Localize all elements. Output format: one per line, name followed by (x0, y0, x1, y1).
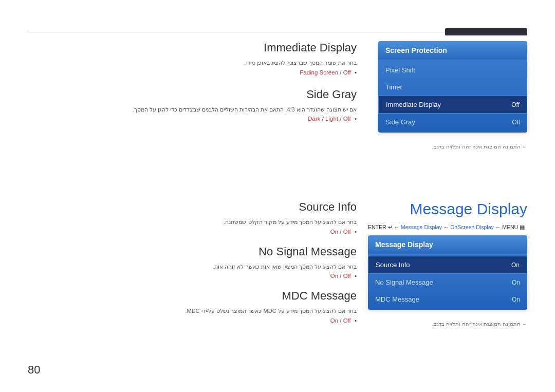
breadcrumb-arrow-3: ← (495, 224, 502, 230)
no-signal-title: No Signal Message (28, 245, 357, 258)
screen-protection-box: Screen Protection Pixel Shift Timer Imme… (378, 41, 527, 133)
side-gray-value: Off (512, 119, 520, 126)
mdc-message-menu-value: On (512, 296, 520, 303)
immediate-display-section: Immediate Display בחר את שומר המסך שברצו… (28, 41, 357, 76)
message-display-title: Message Display (368, 200, 527, 218)
screen-protection-panel: Screen Protection Pixel Shift Timer Imme… (378, 41, 527, 151)
no-signal-off: Off (343, 273, 351, 279)
side-gray-label: Side Gray (385, 118, 415, 126)
screen-protection-note: התמונה המוצגת אינה זהה ותלויה בדגם. (378, 143, 527, 151)
mdc-message-menu-label: MDC Message (375, 295, 419, 303)
no-signal-on: On (330, 273, 338, 279)
menu-grid-icon: ▦ (520, 224, 525, 230)
enter-label: ENTER (368, 224, 388, 230)
source-info-section: Source Info בחר אם להציג על המסך מידע על… (28, 200, 357, 235)
fading-screen-option: Fading Screen (300, 69, 338, 76)
source-info-on: On (330, 229, 338, 235)
side-gray-title: Side Gray (28, 88, 357, 101)
bullet-2: • (355, 116, 357, 122)
screen-protection-header: Screen Protection (378, 41, 527, 60)
source-info-options: On / Off • (28, 229, 357, 235)
off-option-2: Off (343, 116, 351, 122)
breadcrumb-onscreen-display: OnScreen Display (450, 224, 494, 230)
panel-item-source-info[interactable]: Source Info On (368, 256, 527, 274)
mdc-message-options: On / Off • (28, 318, 357, 324)
source-info-menu-label: Source Info (376, 261, 410, 269)
bottom-left-content: Source Info בחר אם להציג על המסך מידע על… (28, 200, 357, 333)
light-option: Light (325, 116, 338, 122)
breadcrumb-message-display: Message Display (401, 224, 442, 230)
panel-item-immediate-display[interactable]: Immediate Display Off (378, 96, 527, 114)
breadcrumb-arrow-1: ← (394, 224, 400, 230)
source-info-desc: בחר אם להציג על המסך מידע על מקור הקלט ש… (28, 218, 357, 227)
enter-breadcrumb-bar: ENTER ↵ ← Message Display ← OnScreen Dis… (368, 224, 527, 230)
source-info-menu-value: On (511, 262, 520, 269)
breadcrumb-arrow-2: ← (443, 224, 450, 230)
top-right-bar (445, 28, 527, 35)
breadcrumb-menu: MENU (502, 224, 518, 230)
message-display-box: Message Display Source Info On No Signal… (368, 235, 527, 310)
message-display-panel-header: Message Display (368, 235, 527, 254)
mdc-message-section: MDC Message בחר אם להציג על המסך מידע על… (28, 289, 357, 324)
pixel-shift-label: Pixel Shift (385, 66, 415, 74)
off-option-1: Off (343, 69, 351, 76)
mdc-message-desc: בחר אם להציג על המסך מידע על MDC כאשר המ… (28, 307, 357, 315)
panel-item-no-signal[interactable]: No Signal Message On (368, 274, 527, 291)
source-info-off: Off (343, 229, 351, 235)
dark-option: Dark (308, 116, 320, 122)
side-gray-options: Dark / Light / Off • (28, 116, 357, 122)
panel-item-side-gray[interactable]: Side Gray Off (378, 114, 527, 130)
no-signal-menu-label: No Signal Message (375, 278, 433, 286)
mdc-message-title: MDC Message (28, 289, 357, 303)
side-gray-desc: אם יש תצוגה שהוגדר הוא 4:3, התאם את הבהי… (28, 105, 357, 114)
source-info-title: Source Info (28, 200, 357, 214)
panel-item-mdc-message[interactable]: MDC Message On (368, 291, 527, 308)
enter-arrow-icon: ↵ (388, 224, 393, 230)
screen-protection-body: Pixel Shift Timer Immediate Display Off … (378, 60, 527, 133)
no-signal-desc: בחר אם להציג על המסך המציין שאין אות כאש… (28, 263, 357, 271)
message-display-panel-body: Source Info On No Signal Message On MDC … (368, 254, 527, 310)
no-signal-section: No Signal Message בחר אם להציג על המסך ה… (28, 245, 357, 279)
sep1: / (338, 69, 343, 76)
mdc-message-on: On (330, 318, 338, 324)
message-display-note: התמונה המוצגת אינה זהה ותלויה בדגם. (368, 320, 527, 328)
mdc-message-off: Off (343, 318, 351, 324)
timer-label: Timer (385, 83, 402, 91)
immediate-display-value: Off (511, 101, 520, 108)
side-gray-section: Side Gray אם יש תצוגה שהוגדר הוא 4:3, הת… (28, 88, 357, 122)
immediate-display-desc: בחר את שומר המסך שברצונך להציג באופן מיד… (28, 59, 357, 67)
immediate-display-label: Immediate Display (386, 101, 441, 108)
panel-item-timer[interactable]: Timer (378, 79, 527, 96)
panel-item-pixel-shift[interactable]: Pixel Shift (378, 62, 527, 79)
message-display-panel: Message Display ENTER ↵ ← Message Displa… (368, 200, 527, 328)
page-number: 80 (28, 363, 40, 377)
no-signal-options: On / Off • (28, 273, 357, 279)
bullet-1: • (355, 69, 357, 76)
immediate-display-title: Immediate Display (28, 41, 357, 54)
no-signal-menu-value: On (512, 279, 520, 286)
left-top-content: Immediate Display בחר את שומר המסך שברצו… (28, 41, 357, 131)
immediate-display-options: Fading Screen / Off • (28, 69, 357, 76)
